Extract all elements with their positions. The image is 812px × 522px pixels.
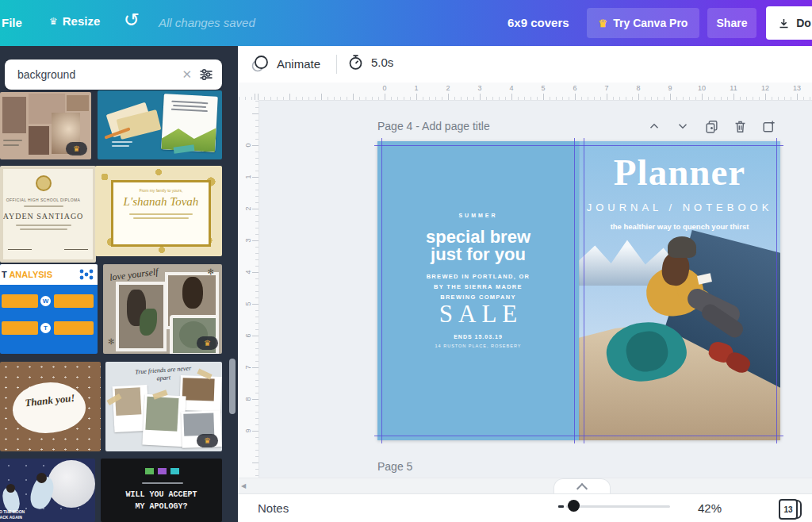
page-title[interactable]: Page 4 - Add page title	[377, 120, 490, 132]
page-controls	[645, 117, 777, 135]
design-spread[interactable]: SUMMER special brew just for you BREWED …	[377, 141, 780, 440]
share-button[interactable]: Share	[707, 8, 756, 38]
ruler-label: 8	[630, 84, 646, 92]
template-thumbnail-thank-you[interactable]: Thank you!	[0, 362, 101, 451]
ruler-label: 11	[726, 84, 741, 92]
notes-button[interactable]: Notes	[258, 501, 289, 515]
premium-crown-badge: ♛	[197, 336, 218, 350]
margin-guide	[374, 436, 783, 436]
spine-seam	[579, 141, 580, 440]
apology-line2: MY APOLOGY?	[101, 501, 222, 512]
ruler-label: 6	[244, 328, 252, 344]
sidebar-scrollbar[interactable]	[229, 359, 236, 414]
cover-subline[interactable]: BREWED IN PORTLAND, OR BY THE SIERRA MAD…	[377, 271, 579, 302]
zoom-slider-track[interactable]	[566, 505, 670, 508]
zoom-slider-min-tick	[558, 505, 564, 508]
diploma-name: AYDEN SANTIAGO	[0, 212, 93, 221]
lshanah-title: L'shanah Tovah	[113, 195, 209, 209]
ruler-label: 13	[789, 84, 805, 92]
duration-button[interactable]: 5.0s	[347, 54, 393, 71]
zoom-slider-knob[interactable]	[568, 500, 580, 512]
resize-button[interactable]: ♛ Resize	[49, 14, 100, 28]
download-icon	[778, 17, 790, 29]
ruler-label: 0	[244, 137, 252, 153]
diploma-heading: OFFICIAL HIGH SCHOOL DIPLOMA	[0, 198, 93, 202]
add-page-button[interactable]	[760, 117, 777, 135]
template-thumbnail-love-yourself[interactable]: love yourself ✻ ✻ ♛	[103, 264, 222, 354]
premium-crown-badge: ♛	[66, 142, 87, 155]
right-cover-page[interactable]: Planner JOURNAL / NOTEBOOK the healthier…	[579, 141, 780, 440]
zoom-level[interactable]: 42%	[687, 501, 722, 515]
cover-sale-text[interactable]: SALE	[377, 300, 579, 328]
doc-title[interactable]: 6x9 covers	[508, 16, 569, 29]
move-page-up-button[interactable]	[645, 117, 663, 135]
left-cover-page[interactable]: SUMMER special brew just for you BREWED …	[377, 141, 579, 440]
lshanah-kicker: From my family to yours,	[113, 188, 209, 193]
ruler-label: 4	[504, 84, 519, 92]
template-thumbnail-true-friends[interactable]: True friends are never apart ♛	[105, 362, 222, 451]
search-input[interactable]	[16, 67, 175, 82]
delete-page-button[interactable]	[731, 117, 749, 135]
timeline-expander-tab[interactable]	[553, 478, 611, 494]
autosave-status: All changes saved	[159, 16, 255, 29]
planner-tagline[interactable]: the healthier way to quench your thirst	[579, 222, 780, 231]
file-menu[interactable]: File	[2, 16, 22, 29]
chevron-up-icon	[576, 483, 588, 494]
cover-headline[interactable]: special brew just for you	[377, 228, 579, 263]
template-thumbnail-diploma[interactable]: OFFICIAL HIGH SCHOOL DIPLOMA AYDEN SANTI…	[0, 166, 96, 263]
next-page-title[interactable]: Page 5	[377, 460, 412, 473]
toolbar-divider	[336, 55, 337, 74]
swot-w-circle: W	[40, 296, 51, 306]
ruler-label: 5	[535, 84, 551, 92]
moon-illustration	[48, 460, 95, 508]
resize-label: Resize	[63, 14, 101, 28]
animate-button[interactable]: Animate	[251, 54, 320, 73]
template-thumbnail-photo-collage[interactable]: ♛	[0, 92, 91, 159]
ruler-label: 0	[377, 84, 393, 92]
apology-line1: WILL YOU ACCEPT	[101, 489, 222, 501]
ruler-label: 2	[244, 201, 252, 217]
margin-guide	[381, 138, 382, 443]
move-page-down-button[interactable]	[674, 117, 691, 135]
scroll-left-arrow-icon[interactable]: ◀	[241, 482, 246, 489]
seal-icon	[36, 175, 52, 191]
horizontal-scroll-strip[interactable]: ◀	[238, 478, 812, 494]
crown-icon: ♛	[599, 18, 608, 29]
template-thumbnail-lshanah-tovah[interactable]: From my family to yours, L'shanah Tovah	[95, 166, 222, 256]
margin-guide	[574, 138, 575, 443]
share-label: Share	[717, 17, 748, 29]
download-label: Do	[796, 17, 811, 29]
planner-title[interactable]: Planner	[579, 151, 780, 194]
pixel-invader-icon	[170, 468, 179, 474]
sunburst-doodle: ✻	[108, 337, 114, 346]
margin-guide	[776, 138, 777, 443]
search-bar[interactable]: ✕	[5, 59, 222, 90]
cover-ends-text[interactable]: ENDS 15.03.19	[377, 334, 579, 340]
moon-line2: BACK AGAIN	[0, 515, 25, 520]
planner-subtitle[interactable]: JOURNAL / NOTEBOOK	[579, 202, 780, 213]
ruler-label: 3	[472, 84, 488, 92]
duration-label: 5.0s	[371, 56, 393, 69]
crown-icon: ♛	[49, 17, 58, 26]
template-thumbnail-apology[interactable]: WILL YOU ACCEPT MY APOLOGY?	[101, 459, 222, 522]
duplicate-page-button[interactable]	[703, 117, 720, 135]
swot-title: T ANALYSIS	[2, 270, 52, 279]
filter-sliders-icon[interactable]	[198, 67, 214, 83]
clear-search-icon[interactable]: ✕	[175, 67, 198, 82]
cover-kicker[interactable]: SUMMER	[377, 213, 579, 218]
template-thumbnail-swot-analysis[interactable]: T ANALYSIS W T	[0, 264, 98, 354]
canva-editor: File ♛ Resize ↺ All changes saved 6x9 co…	[0, 0, 812, 522]
ruler-label: 5	[244, 296, 252, 312]
download-button[interactable]: Do	[766, 6, 812, 40]
template-thumbnail-quote-book[interactable]	[98, 90, 222, 159]
template-thumbnail-moon[interactable]: TO THE MOON BACK AGAIN	[0, 459, 95, 522]
try-canva-pro-button[interactable]: ♛ Try Canva Pro	[587, 8, 699, 38]
undo-icon[interactable]: ↺	[124, 10, 140, 29]
pixel-invader-icon	[158, 468, 167, 474]
ruler-label: 9	[662, 84, 678, 92]
ruler-label: 8	[244, 391, 252, 407]
sunburst-doodle: ✻	[208, 267, 214, 276]
page-count-button[interactable]: 13	[779, 499, 801, 518]
cover-address-text[interactable]: 14 RUSTON PLACE, ROSEBERY	[377, 344, 579, 348]
premium-crown-badge: ♛	[197, 434, 218, 447]
